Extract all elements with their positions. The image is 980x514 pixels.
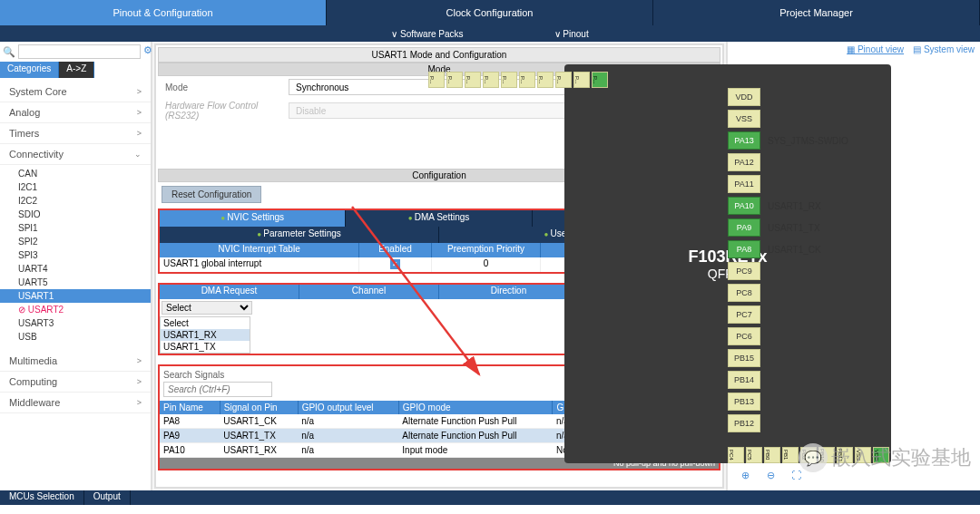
peripheral-item[interactable]: SPI3 [0,248,151,262]
pin-small[interactable]: VDD [873,447,889,463]
peripheral-item[interactable]: USART3 [0,316,151,330]
subtab-software-packs[interactable]: Software Packs [391,29,463,39]
pin-small[interactable]: P... [483,72,499,88]
pin-box[interactable]: PC9 [728,262,760,280]
pin-box[interactable]: PC8 [728,284,760,302]
cat-tab-categories[interactable]: Categories [0,62,59,78]
pin-box[interactable]: PC7 [728,305,760,324]
search-input[interactable] [18,44,141,59]
category-item[interactable]: System Core> [0,82,151,102]
system-view-link[interactable]: ▤ System view [913,44,975,54]
gpio-header[interactable]: Pin Name [160,401,220,414]
peripheral-item[interactable]: USB [0,330,151,344]
tab-pinout-config[interactable]: Pinout & Configuration [0,0,327,25]
pin-box[interactable]: PA13 [728,131,760,150]
tab-dma-settings[interactable]: DMA Settings [346,210,532,227]
pinout-view-link[interactable]: ▦ Pinout view [847,44,904,54]
zoom-out-icon[interactable]: ⊖ [762,467,779,483]
search-signals-input[interactable] [163,382,272,397]
pin-box[interactable]: PA12 [728,153,760,171]
category-item[interactable]: Multimedia> [0,351,151,372]
category-item[interactable]: Computing> [0,372,151,393]
peripheral-item[interactable]: I2C2 [0,194,151,208]
pin-small[interactable]: PB2 [800,447,817,463]
gpio-header[interactable]: GPIO mode [398,401,553,414]
pin-row[interactable]: PB13 [728,391,848,412]
pin-small[interactable]: PC4 [728,447,744,463]
pin-row[interactable]: PA13SYS_JTMS-SWDIO [728,130,848,151]
dma-option[interactable]: USART1_TX [161,341,250,353]
tab-project-manager[interactable]: Project Manager [653,0,980,25]
pin-box[interactable]: PA11 [728,175,760,193]
tab-parameter-settings[interactable]: Parameter Settings [160,227,439,243]
nvic-enabled-checkbox[interactable]: ✓ [359,257,432,272]
pin-row[interactable]: PC7 [728,304,848,325]
peripheral-item[interactable]: SDIO [0,208,151,221]
subtab-pinout[interactable]: Pinout [554,29,589,39]
pin-box[interactable]: VDD [728,88,760,106]
fullscreen-icon[interactable]: ⛶ [788,467,804,483]
pin-small[interactable]: P... [573,72,590,88]
chip-view[interactable]: P...P...P...P...P...P...P...P...P...P...… [728,57,980,490]
pin-small[interactable]: PC5 [746,447,762,463]
pin-row[interactable]: VSS [728,108,848,130]
pin-row[interactable]: PA12 [728,151,848,173]
pin-row[interactable]: VDD [728,86,848,108]
pin-row[interactable]: PB12 [728,412,848,434]
dma-request-select[interactable]: Select [162,301,252,315]
peripheral-item[interactable]: UART5 [0,276,151,289]
bottom-tab-mcus[interactable]: MCUs Selection [0,490,84,505]
peripheral-item[interactable]: USART1 [0,289,151,303]
pin-small[interactable]: P... [465,72,481,88]
dma-option[interactable]: USART1_RX [161,329,250,341]
gpio-header[interactable]: Signal on Pin [220,401,298,414]
pin-box[interactable]: PB15 [728,349,760,367]
pin-small[interactable]: P... [519,72,535,88]
pin-box[interactable]: PB14 [728,371,760,389]
peripheral-item[interactable]: SPI1 [0,221,151,235]
pin-box[interactable]: PB12 [728,414,760,432]
pin-box[interactable]: PA9 [728,218,760,237]
pin-row[interactable]: PA8USART1_CK [728,238,848,260]
nvic-preempt-value[interactable]: 0 [432,257,541,272]
pin-row[interactable]: PC9 [728,260,848,282]
pin-small[interactable]: P... [592,72,608,88]
category-item[interactable]: Analog> [0,102,151,123]
pin-box[interactable]: PA8 [728,240,760,258]
peripheral-item[interactable]: UART4 [0,262,151,276]
gpio-header[interactable]: GPIO output level [298,401,398,414]
category-item[interactable]: Connectivity⌄ [0,144,151,165]
pin-row[interactable]: PB14 [728,369,848,391]
pin-small[interactable]: P... [555,72,572,88]
pin-box[interactable]: VSS [728,110,760,128]
cat-tab-az[interactable]: A->Z [59,62,94,78]
peripheral-item[interactable]: USART2 [0,303,151,316]
category-item[interactable]: Middleware> [0,393,151,413]
pin-row[interactable]: PA10USART1_RX [728,195,848,217]
pin-small[interactable]: P... [501,72,517,88]
pin-small[interactable]: P... [537,72,554,88]
dma-option[interactable]: Select [161,317,250,329]
pin-small[interactable]: PB0 [764,447,780,463]
pin-small[interactable]: P... [446,72,463,88]
pin-small[interactable]: P... [428,72,445,88]
pin-box[interactable]: PA10 [728,197,760,215]
pin-small[interactable]: PB1 [782,447,799,463]
tab-clock-config[interactable]: Clock Configuration [327,0,653,25]
bottom-tab-output[interactable]: Output [84,490,131,505]
pin-row[interactable]: PB15 [728,347,848,369]
pin-row[interactable]: PA9USART1_TX [728,217,848,238]
gear-icon[interactable]: ⚙ [143,44,152,59]
peripheral-item[interactable]: I2C1 [0,180,151,194]
pin-small[interactable]: VSS [855,447,871,463]
pin-small[interactable]: PB10 [818,447,835,463]
peripheral-item[interactable]: SPI2 [0,235,151,248]
pin-row[interactable]: PC6 [728,325,848,347]
category-item[interactable]: Timers> [0,123,151,144]
pin-row[interactable]: PA11 [728,173,848,195]
peripheral-item[interactable]: CAN [0,167,151,180]
pin-row[interactable]: PC8 [728,282,848,304]
pin-box[interactable]: PB13 [728,393,760,411]
reset-config-button[interactable]: Reset Configuration [162,186,261,203]
zoom-in-icon[interactable]: ⊕ [737,467,753,483]
